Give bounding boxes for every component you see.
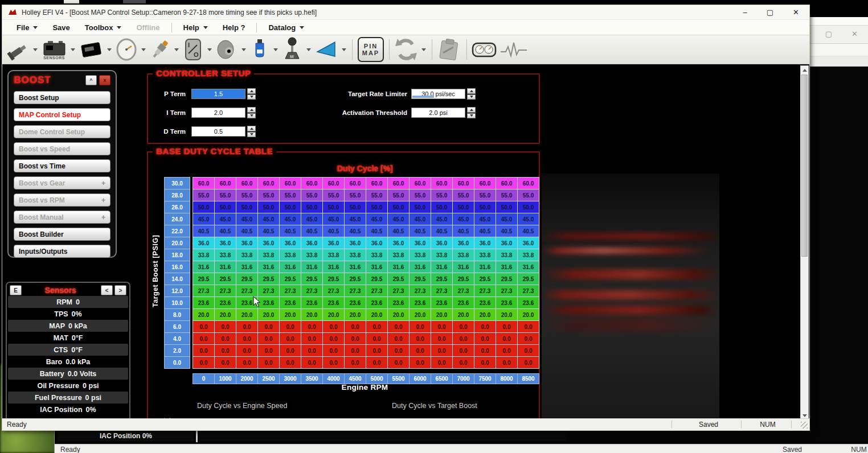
duty-cell[interactable]: 29.5 — [323, 273, 344, 285]
duty-cell[interactable]: 0.0 — [453, 357, 474, 368]
duty-cell[interactable]: 0.0 — [366, 333, 387, 344]
duty-cell[interactable]: 29.5 — [366, 273, 387, 285]
duty-cell[interactable]: 31.6 — [301, 261, 322, 273]
duty-cell[interactable]: 36.0 — [410, 237, 431, 249]
duty-cell[interactable]: 27.3 — [410, 285, 431, 296]
duty-cell[interactable]: 0.0 — [474, 321, 496, 332]
p-term-stepper[interactable] — [247, 88, 256, 100]
duty-cell[interactable]: 50.0 — [410, 201, 431, 213]
duty-cell[interactable]: 0.0 — [323, 345, 344, 356]
bg-close-button[interactable]: ✕ — [851, 30, 858, 38]
duty-cell[interactable]: 45.0 — [345, 213, 366, 225]
duty-cell[interactable]: 55.0 — [236, 190, 257, 201]
duty-cell[interactable]: 0.0 — [280, 357, 301, 368]
duty-cell[interactable]: 29.5 — [215, 273, 236, 285]
duty-cell[interactable]: 31.6 — [236, 261, 257, 273]
target-rate-limiter-stepper[interactable] — [467, 88, 476, 100]
duty-cell[interactable]: 23.6 — [453, 297, 474, 308]
duty-cell[interactable]: 23.6 — [496, 297, 517, 308]
duty-cell[interactable]: 45.0 — [410, 213, 431, 225]
duty-cell[interactable]: 0.0 — [193, 357, 214, 368]
d-term-field[interactable]: 0.5 — [191, 126, 245, 137]
sync-icon[interactable] — [393, 37, 419, 62]
duty-cell[interactable]: 31.6 — [280, 261, 301, 273]
duty-cell[interactable]: 50.0 — [453, 201, 474, 213]
duty-cell[interactable]: 0.0 — [193, 321, 214, 332]
duty-cell[interactable]: 50.0 — [215, 201, 236, 213]
duty-cell[interactable]: 60.0 — [236, 178, 257, 189]
duty-cell[interactable]: 31.6 — [258, 261, 279, 273]
io-icon[interactable]: IO — [181, 38, 205, 61]
chevron-down-icon[interactable] — [71, 48, 75, 51]
duty-cell[interactable]: 45.0 — [193, 213, 214, 225]
duty-cell[interactable]: 0.0 — [518, 321, 539, 332]
duty-cell[interactable]: 36.0 — [236, 237, 257, 249]
duty-cell[interactable]: 50.0 — [496, 201, 517, 213]
duty-cell[interactable]: 55.0 — [518, 190, 539, 201]
vertical-scrollbar[interactable] — [800, 65, 809, 418]
duty-cell[interactable]: 45.0 — [474, 213, 496, 225]
duty-cell[interactable]: 0.0 — [193, 333, 214, 344]
duty-cell[interactable]: 55.0 — [453, 190, 474, 201]
duty-cell[interactable]: 33.8 — [193, 249, 214, 261]
sidebar-item-map-control-setup[interactable]: MAP Control Setup — [14, 108, 110, 121]
duty-cell[interactable]: 20.0 — [518, 309, 539, 320]
duty-cell[interactable]: 29.5 — [496, 273, 517, 285]
duty-cell[interactable]: 20.0 — [388, 309, 409, 320]
duty-cell[interactable]: 55.0 — [280, 190, 301, 201]
duty-cell[interactable]: 40.5 — [301, 225, 322, 237]
duty-cell[interactable]: 27.3 — [258, 285, 279, 296]
duty-cell[interactable]: 0.0 — [453, 345, 474, 356]
duty-cell[interactable]: 27.3 — [388, 285, 409, 296]
duty-cell[interactable]: 55.0 — [258, 190, 279, 201]
duty-cell[interactable]: 0.0 — [323, 357, 344, 368]
duty-cell[interactable]: 29.5 — [474, 273, 496, 285]
duty-cell[interactable]: 60.0 — [388, 178, 409, 189]
chevron-down-icon[interactable] — [421, 48, 426, 51]
duty-cell[interactable]: 36.0 — [345, 237, 366, 249]
sidebar-item-boost-manual[interactable]: Boost Manual+ — [14, 211, 110, 224]
duty-cell[interactable]: 31.6 — [215, 261, 236, 273]
duty-cell[interactable]: 33.8 — [236, 249, 257, 261]
duty-cell[interactable]: 0.0 — [215, 357, 236, 368]
duty-cell[interactable]: 50.0 — [258, 201, 279, 213]
duty-cell[interactable]: 40.5 — [518, 225, 539, 237]
duty-cell[interactable]: 0.0 — [301, 357, 322, 368]
boost-axis-cell[interactable]: 4.0 — [165, 333, 190, 344]
duty-cell[interactable]: 0.0 — [410, 357, 431, 368]
duty-cell[interactable]: 31.6 — [323, 261, 344, 273]
duty-cell[interactable]: 55.0 — [301, 190, 322, 201]
datalog-clipboard-icon[interactable] — [436, 38, 462, 61]
rpm-axis-cell[interactable]: 7000 — [453, 374, 474, 384]
duty-cell[interactable]: 20.0 — [496, 309, 517, 320]
duty-cell[interactable]: 27.3 — [193, 285, 214, 296]
boost-axis-cell[interactable]: 22.0 — [165, 225, 190, 237]
duty-cell[interactable]: 31.6 — [345, 261, 366, 273]
boost-axis-cell[interactable]: 6.0 — [165, 321, 190, 332]
boost-axis-cell[interactable]: 8.0 — [165, 309, 190, 320]
duty-cell[interactable]: 27.3 — [496, 285, 517, 296]
rpm-axis-cell[interactable]: 2000 — [236, 374, 257, 384]
duty-cell[interactable]: 0.0 — [345, 345, 366, 356]
duty-cell[interactable]: 0.0 — [258, 357, 279, 368]
rpm-axis-cell[interactable]: 4000 — [323, 374, 344, 384]
duty-cell[interactable]: 50.0 — [301, 201, 322, 213]
chevron-down-icon[interactable] — [141, 48, 146, 51]
duty-cell[interactable]: 50.0 — [345, 201, 366, 213]
duty-cell[interactable]: 33.8 — [496, 249, 517, 261]
duty-cell[interactable]: 29.5 — [388, 273, 409, 285]
duty-cell[interactable]: 23.6 — [518, 297, 539, 308]
duty-cell[interactable]: 0.0 — [453, 321, 474, 332]
duty-cell[interactable]: 0.0 — [453, 333, 474, 344]
boost-axis-cell[interactable]: 18.0 — [165, 249, 190, 261]
duty-cell[interactable]: 29.5 — [280, 273, 301, 285]
duty-cell[interactable]: 33.8 — [388, 249, 409, 261]
p-term-field[interactable]: 1.5 — [191, 89, 245, 99]
i-term-field[interactable]: 2.0 — [191, 108, 245, 118]
chevron-down-icon[interactable] — [273, 48, 278, 51]
duty-cell[interactable]: 29.5 — [431, 273, 452, 285]
chevron-down-icon[interactable] — [342, 48, 346, 51]
rpm-axis-cell[interactable]: 5000 — [366, 374, 387, 384]
duty-cell[interactable]: 0.0 — [366, 345, 387, 356]
duty-cell[interactable]: 20.0 — [280, 309, 301, 320]
